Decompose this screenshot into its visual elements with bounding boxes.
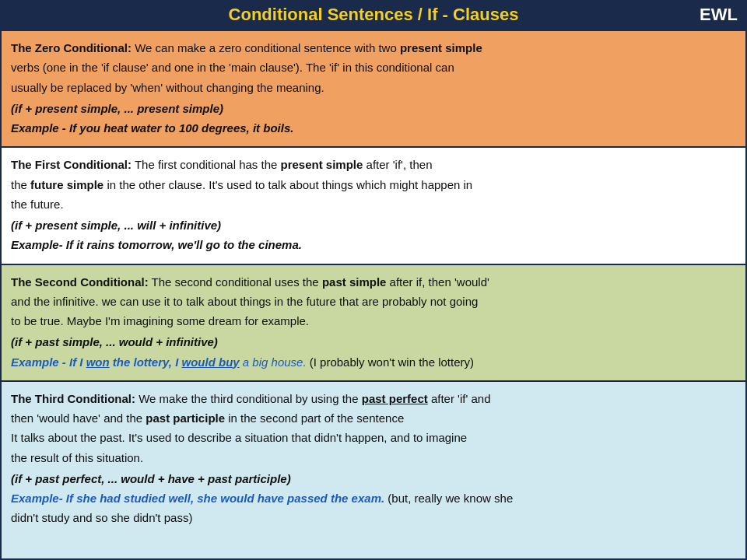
- first-formula: (if + present simple, ... will + infinit…: [11, 216, 736, 234]
- second-text3: to be true. Maybe I'm imagining some dre…: [11, 312, 736, 330]
- third-text3: It talks about the past. It's used to de…: [11, 429, 736, 446]
- content-area: The Zero Conditional: We can make a zero…: [0, 30, 747, 560]
- section-second: The Second Conditional: The second condi…: [2, 265, 745, 382]
- first-bold2: future simple: [30, 178, 103, 191]
- second-text: The Second Conditional: The second condi…: [11, 273, 736, 291]
- second-title: The Second Conditional:: [11, 275, 149, 289]
- zero-text2: verbs (one in the 'if clause' and one in…: [11, 58, 736, 76]
- zero-title: The Zero Conditional:: [11, 41, 132, 54]
- second-formula: (if + past simple, ... would + infinitiv…: [11, 333, 736, 351]
- third-example: Example- If she had studied well, she wo…: [11, 492, 384, 505]
- first-title: The First Conditional:: [11, 158, 132, 171]
- third-formula: (if + past perfect, ... would + have + p…: [11, 470, 736, 488]
- third-text4: the result of this situation.: [11, 449, 736, 467]
- second-bold1: past simple: [322, 275, 387, 289]
- zero-text: The Zero Conditional: We can make a zero…: [11, 39, 736, 57]
- second-example-line: Example - If I won the lottery, I would …: [11, 353, 736, 371]
- zero-example: Example - If you heat water to 100 degre…: [11, 119, 736, 137]
- first-text3: the future.: [11, 195, 736, 213]
- first-bold1: present simple: [281, 158, 363, 171]
- third-title: The Third Conditional:: [11, 392, 135, 405]
- section-first: The First Conditional: The first conditi…: [2, 148, 745, 264]
- second-example-prefix: Example - If I won the lottery, I would …: [11, 355, 240, 369]
- first-example: Example- If it rains tomorrow, we'll go …: [11, 236, 736, 254]
- zero-bold1: present simple: [400, 41, 482, 54]
- section-zero: The Zero Conditional: We can make a zero…: [2, 31, 745, 148]
- zero-formula: (if + present simple, ... present simple…: [11, 100, 736, 117]
- third-bold1: past perfect: [362, 392, 428, 405]
- first-text: The First Conditional: The first conditi…: [11, 156, 736, 173]
- ewl-logo: EWL: [700, 5, 738, 25]
- zero-text3: usually be replaced by 'when' without ch…: [11, 79, 736, 96]
- page-title: Conditional Sentences / If - Clauses: [229, 5, 519, 25]
- third-example-cont: didn't study and so she didn't pass): [11, 509, 736, 527]
- third-example-line: Example- If she had studied well, she wo…: [11, 489, 736, 507]
- page-header: Conditional Sentences / If - Clauses EWL: [0, 0, 747, 30]
- third-text: The Third Conditional: We make the third…: [11, 390, 736, 408]
- third-text2: then 'would have' and the past participl…: [11, 409, 736, 427]
- third-bold2: past participle: [146, 411, 225, 425]
- first-text2: the future simple in the other clause. I…: [11, 176, 736, 194]
- second-text2: and the infinitive. we can use it to tal…: [11, 292, 736, 310]
- section-third: The Third Conditional: We make the third…: [2, 382, 745, 558]
